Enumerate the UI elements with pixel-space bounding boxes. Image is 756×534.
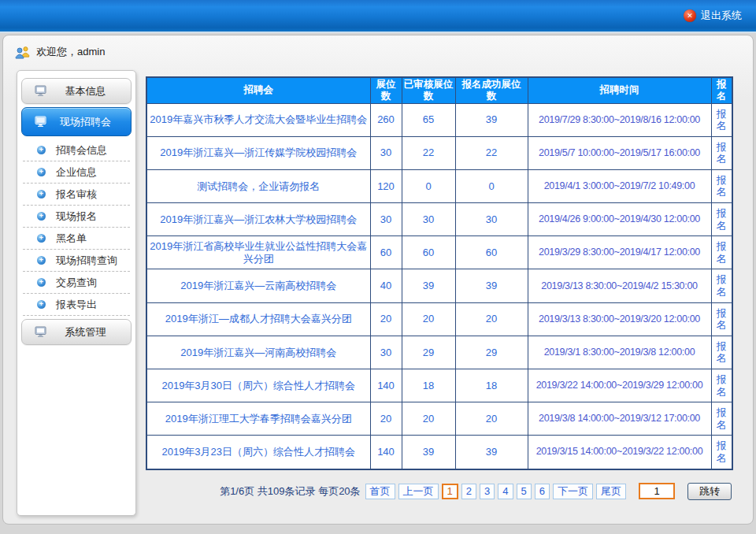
table-row: 2019年嘉兴市秋季人才交流大会暨毕业生招聘会26065392019/7/29 … (146, 103, 732, 136)
page-number-link[interactable]: 2 (461, 484, 476, 499)
booth-count-cell: 140 (370, 369, 402, 402)
signup-link[interactable]: 报名 (711, 369, 732, 402)
prev-page-link[interactable]: 上一页 (398, 484, 439, 499)
sidebar-item[interactable]: 企业信息 (23, 161, 130, 184)
signup-link[interactable]: 报名 (711, 336, 732, 369)
jobfair-table: 招聘会 展位数 已审核展位数 报名成功展位数 招聘时间 报名 2019年嘉兴市秋… (146, 76, 733, 470)
jobfair-title-link[interactable]: 2019年浙江嘉兴—云南高校招聘会 (146, 269, 370, 302)
jump-button[interactable]: 跳转 (687, 483, 732, 500)
recruit-time-cell: 2019/4/26 9:00:00~2019/4/30 12:00:00 (528, 203, 711, 236)
plus-icon (37, 300, 46, 309)
pagination-summary: 第1/6页 共109条记录 每页20条 (220, 484, 360, 499)
signup-link[interactable]: 报名 (711, 402, 732, 436)
jobfair-title-link[interactable]: 2019年浙江省高校毕业生就业公益性招聘大会嘉兴分团 (146, 236, 370, 269)
jobfair-table-body: 2019年嘉兴市秋季人才交流大会暨毕业生招聘会26065392019/7/29 … (146, 103, 732, 469)
plus-icon (37, 212, 46, 221)
table-row: 2019年浙江嘉兴—云南高校招聘会4039392019/3/13 8:30:00… (146, 269, 732, 302)
sidebar-item[interactable]: 报名审核 (23, 184, 130, 206)
plus-icon (37, 278, 46, 287)
jobfair-title-link[interactable]: 2019年浙江嘉兴—浙江传媒学院校园招聘会 (146, 136, 370, 169)
success-count-cell: 39 (455, 436, 528, 469)
table-row: 测试招聘会，企业请勿报名120002019/4/1 3:00:00~2019/7… (146, 169, 732, 202)
sidebar-item-label: 黑名单 (56, 232, 87, 246)
jobfair-title-link[interactable]: 2019年3月30日（周六）综合性人才招聘会 (146, 369, 370, 402)
table-row: 2019年浙江—成都人才招聘大会嘉兴分团2020202019/3/13 8:30… (146, 302, 732, 336)
table-row: 2019年浙江理工大学春季招聘会嘉兴分团2020202019/3/8 14:00… (146, 402, 732, 436)
booth-count-cell: 20 (370, 402, 402, 436)
approved-count-cell: 20 (402, 302, 455, 336)
sidebar-item-label: 交易查询 (56, 276, 97, 290)
success-count-cell: 29 (455, 336, 528, 369)
monitor-icon (35, 85, 48, 97)
jobfair-table-header: 招聘会 展位数 已审核展位数 报名成功展位数 招聘时间 报名 (146, 77, 732, 103)
approved-count-cell: 60 (402, 236, 455, 269)
sidebar: 基本信息 现场招聘会 招聘会信息企业信息报名审核现场报名黑名单现场招聘查询交易查… (17, 70, 136, 516)
sidebar-item[interactable]: 现场报名 (23, 206, 130, 228)
recruit-time-cell: 2019/3/13 8:30:00~2019/4/2 15:30:00 (528, 269, 711, 302)
pagination: 第1/6页 共109条记录 每页20条 首页 上一页 1 23456 下一页 尾… (146, 483, 732, 500)
booth-count-cell: 30 (370, 136, 402, 169)
sidebar-item[interactable]: 报表导出 (23, 294, 130, 316)
jobfair-title-link[interactable]: 2019年浙江嘉兴—河南高校招聘会 (146, 336, 370, 369)
first-page-link[interactable]: 首页 (365, 484, 395, 499)
sidebar-group-basic-info[interactable]: 基本信息 (21, 78, 132, 104)
sidebar-item[interactable]: 招聘会信息 (23, 139, 130, 161)
approved-count-cell: 29 (402, 336, 455, 369)
page-number-link[interactable]: 6 (535, 484, 550, 499)
booth-count-cell: 40 (370, 269, 402, 302)
logout-button[interactable]: ✕ 退出系统 (684, 9, 742, 23)
sidebar-item[interactable]: 交易查询 (23, 272, 130, 294)
table-row: 2019年浙江嘉兴—河南高校招聘会3029292019/3/1 8:30:00~… (146, 336, 732, 369)
approved-count-cell: 39 (402, 436, 455, 469)
jobfair-title-link[interactable]: 2019年浙江理工大学春季招聘会嘉兴分团 (146, 402, 370, 436)
recruit-time-cell: 2019/3/1 8:30:00~2019/3/8 12:00:00 (528, 336, 711, 369)
col-header-signup: 报名 (711, 77, 732, 103)
jobfair-title-link[interactable]: 测试招聘会，企业请勿报名 (146, 169, 370, 202)
jump-page-input[interactable] (639, 483, 675, 499)
signup-link[interactable]: 报名 (711, 236, 732, 269)
plus-icon (37, 256, 46, 265)
signup-link[interactable]: 报名 (711, 169, 732, 202)
jobfair-title-link[interactable]: 2019年浙江嘉兴—浙江农林大学校园招聘会 (146, 203, 370, 236)
success-count-cell: 18 (455, 369, 528, 402)
sidebar-item-label: 报表导出 (56, 298, 97, 312)
last-page-link[interactable]: 尾页 (596, 484, 626, 499)
signup-link[interactable]: 报名 (711, 136, 732, 169)
signup-link[interactable]: 报名 (711, 302, 732, 336)
next-page-link[interactable]: 下一页 (553, 484, 593, 499)
jobfair-title-link[interactable]: 2019年嘉兴市秋季人才交流大会暨毕业生招聘会 (146, 103, 370, 136)
sidebar-item[interactable]: 现场招聘查询 (23, 250, 130, 272)
page-number-link[interactable]: 3 (480, 484, 495, 499)
sidebar-item[interactable]: 黑名单 (23, 228, 130, 250)
page-number-link[interactable]: 4 (498, 484, 513, 499)
signup-link[interactable]: 报名 (711, 203, 732, 236)
signup-link[interactable]: 报名 (711, 103, 732, 136)
success-count-cell: 30 (455, 203, 528, 236)
jobfair-title-link[interactable]: 2019年浙江—成都人才招聘大会嘉兴分团 (146, 302, 370, 336)
recruit-time-cell: 2019/4/1 3:00:00~2019/7/2 10:49:00 (528, 169, 711, 202)
page-number-link[interactable]: 5 (517, 484, 532, 499)
sidebar-group-label: 系统管理 (48, 325, 123, 339)
col-header-jobfair: 招聘会 (146, 77, 370, 103)
current-page[interactable]: 1 (442, 484, 458, 499)
col-header-booth-count: 展位数 (370, 77, 402, 103)
sidebar-item-label: 企业信息 (56, 165, 97, 180)
topbar: ✕ 退出系统 (0, 0, 756, 33)
success-count-cell: 39 (455, 269, 528, 302)
signup-link[interactable]: 报名 (711, 269, 732, 302)
sidebar-group-onsite-jobfair[interactable]: 现场招聘会 (21, 107, 132, 136)
col-header-recruit-time: 招聘时间 (528, 77, 711, 103)
signup-link[interactable]: 报名 (711, 436, 732, 469)
col-header-success-count: 报名成功展位数 (455, 77, 528, 103)
recruit-time-cell: 2019/3/29 8:30:00~2019/4/17 12:00:00 (528, 236, 711, 269)
jobfair-title-link[interactable]: 2019年3月23日（周六）综合性人才招聘会 (146, 436, 370, 469)
monitor-icon (35, 326, 48, 338)
plus-icon (37, 168, 46, 176)
booth-count-cell: 20 (370, 302, 402, 336)
recruit-time-cell: 2019/5/7 10:00:00~2019/5/17 16:00:00 (528, 136, 711, 169)
sidebar-group-system-mgmt[interactable]: 系统管理 (21, 319, 132, 345)
recruit-time-cell: 2019/3/22 14:00:00~2019/3/29 12:00:00 (528, 369, 711, 402)
success-count-cell: 20 (455, 302, 528, 336)
booth-count-cell: 260 (370, 103, 402, 136)
success-count-cell: 39 (455, 103, 528, 136)
